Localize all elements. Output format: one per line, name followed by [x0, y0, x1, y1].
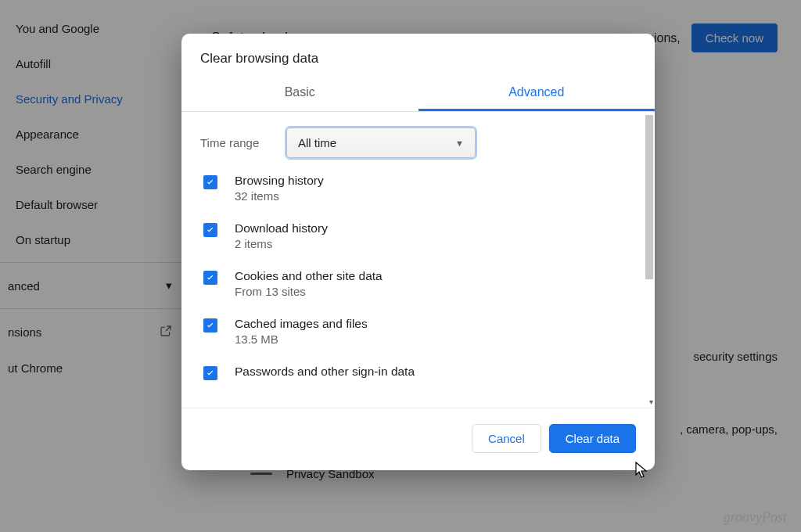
option-browsing-history[interactable]: Browsing history 32 items — [200, 164, 636, 212]
dialog-title: Clear browsing data — [181, 34, 655, 74]
clear-browsing-data-dialog: Clear browsing data Basic Advanced ▾ Tim… — [181, 34, 655, 470]
option-cookies[interactable]: Cookies and other site data From 13 site… — [200, 260, 636, 307]
tab-basic[interactable]: Basic — [181, 74, 418, 111]
option-cached-images[interactable]: Cached images and files 13.5 MB — [200, 307, 636, 355]
option-title: Cached images and files — [235, 317, 368, 331]
checkbox-checked-icon[interactable] — [203, 366, 217, 380]
dialog-body: ▾ Time range All time ▼ Browsing history… — [181, 112, 655, 408]
option-subtitle: 13.5 MB — [235, 332, 368, 346]
scrollbar-thumb[interactable] — [645, 115, 653, 279]
dialog-footer: Cancel Clear data — [181, 408, 655, 470]
dialog-tabs: Basic Advanced — [181, 74, 655, 112]
option-title: Passwords and other sign-in data — [235, 365, 415, 379]
chevron-down-icon: ▼ — [455, 138, 464, 148]
checkbox-checked-icon[interactable] — [203, 223, 217, 237]
option-subtitle: 2 items — [235, 237, 328, 250]
option-title: Download history — [235, 221, 328, 235]
scroll-down-icon[interactable]: ▾ — [649, 397, 653, 406]
checkbox-checked-icon[interactable] — [203, 318, 217, 332]
option-title: Browsing history — [235, 174, 324, 188]
time-range-row: Time range All time ▼ — [200, 112, 636, 164]
option-subtitle: 32 items — [235, 189, 324, 203]
option-title: Cookies and other site data — [235, 269, 383, 283]
time-range-value: All time — [298, 136, 336, 149]
option-passwords[interactable]: Passwords and other sign-in data — [200, 355, 636, 380]
checkbox-checked-icon[interactable] — [203, 175, 217, 189]
option-download-history[interactable]: Download history 2 items — [200, 212, 636, 260]
time-range-select[interactable]: All time ▼ — [286, 128, 476, 158]
cancel-button[interactable]: Cancel — [472, 424, 541, 453]
time-range-label: Time range — [200, 136, 286, 149]
option-subtitle: From 13 sites — [235, 285, 383, 298]
checkbox-checked-icon[interactable] — [203, 271, 217, 285]
watermark: groovyPost — [724, 509, 787, 526]
clear-data-button[interactable]: Clear data — [549, 424, 636, 453]
tab-advanced[interactable]: Advanced — [418, 74, 656, 111]
